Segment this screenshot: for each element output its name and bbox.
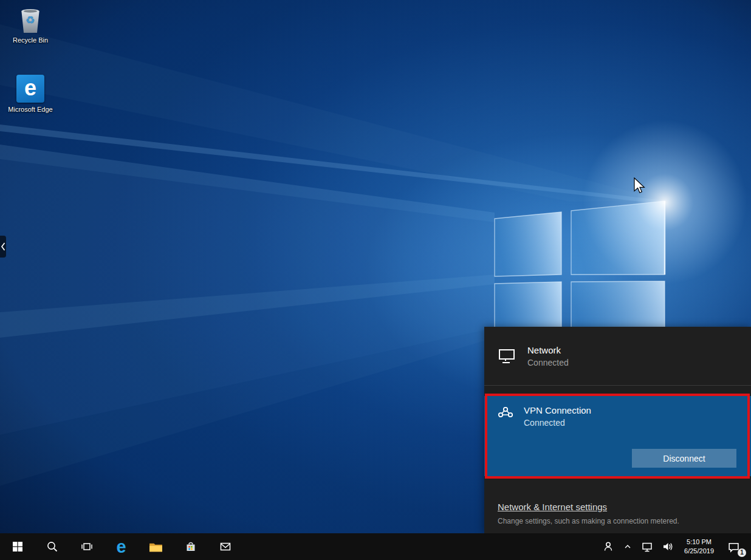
vpn-item[interactable]: VPN Connection Connected Disconnect <box>484 396 751 476</box>
left-edge-handle[interactable] <box>0 236 6 258</box>
network-status: Connected <box>527 358 569 367</box>
vpn-item-text: VPN Connection Connected <box>524 405 591 428</box>
vpn-title: VPN Connection <box>524 405 591 415</box>
task-view-icon <box>81 541 93 553</box>
system-tray: 5:10 PM 6/25/2019 1 <box>598 533 751 560</box>
volume-button[interactable] <box>657 533 678 560</box>
taskbar: e <box>0 533 751 560</box>
store-icon <box>185 541 197 553</box>
windows-logo-icon <box>12 541 24 553</box>
file-explorer-button[interactable] <box>139 533 173 560</box>
desktop-icon-label: Microsoft Edge <box>8 105 52 114</box>
search-button[interactable] <box>35 533 69 560</box>
settings-hint: Change settings, such as making a connec… <box>498 517 742 525</box>
network-tray-button[interactable] <box>637 533 657 560</box>
edge-icon: e <box>16 74 45 103</box>
network-item[interactable]: Network Connected <box>484 327 751 386</box>
chevron-left-icon <box>1 242 5 251</box>
desktop-icon-recycle-bin[interactable]: ♻ Recycle Bin <box>4 5 57 44</box>
vpn-icon <box>497 405 514 421</box>
clock-time: 5:10 PM <box>687 538 712 547</box>
file-explorer-icon <box>149 541 163 553</box>
taskbar-left: e <box>0 533 242 560</box>
ethernet-icon <box>498 347 517 365</box>
task-view-button[interactable] <box>69 533 104 560</box>
clock[interactable]: 5:10 PM 6/25/2019 <box>678 533 720 560</box>
network-title: Network <box>527 345 569 355</box>
people-icon <box>602 541 614 553</box>
desktop-icon-microsoft-edge[interactable]: e Microsoft Edge <box>4 74 57 114</box>
notification-badge: 1 <box>738 548 746 557</box>
people-button[interactable] <box>598 533 619 560</box>
network-ethernet-icon <box>641 541 653 553</box>
disconnect-button[interactable]: Disconnect <box>632 449 736 468</box>
start-button[interactable] <box>0 533 35 560</box>
recycle-bin-icon: ♻ <box>16 5 45 34</box>
settings-block: Network & Internet settings Change setti… <box>498 502 742 525</box>
network-flyout: Network Connected VPN Connection Connect… <box>484 327 751 533</box>
clock-date: 6/25/2019 <box>684 547 714 556</box>
vpn-status: Connected <box>524 418 591 428</box>
show-hidden-icons-button[interactable] <box>619 533 637 560</box>
mail-button[interactable] <box>208 533 242 560</box>
mail-icon <box>219 541 231 553</box>
search-icon <box>46 541 58 553</box>
network-internet-settings-link[interactable]: Network & Internet settings <box>498 502 607 512</box>
chevron-up-icon <box>623 542 633 551</box>
desktop-icon-label: Recycle Bin <box>13 36 48 44</box>
store-button[interactable] <box>173 533 208 560</box>
windows-desktop: ♻ Recycle Bin e Microsoft Edge Network C… <box>0 0 751 560</box>
edge-taskbar-button[interactable]: e <box>104 533 139 560</box>
network-item-text: Network Connected <box>527 345 569 367</box>
vpn-item-row: VPN Connection Connected <box>484 396 751 428</box>
volume-icon <box>662 541 674 553</box>
edge-logo-letter: e <box>24 77 36 99</box>
action-center-button[interactable]: 1 <box>720 533 747 560</box>
recycle-arrows-glyph: ♻ <box>26 13 35 26</box>
edge-icon: e <box>116 538 126 556</box>
